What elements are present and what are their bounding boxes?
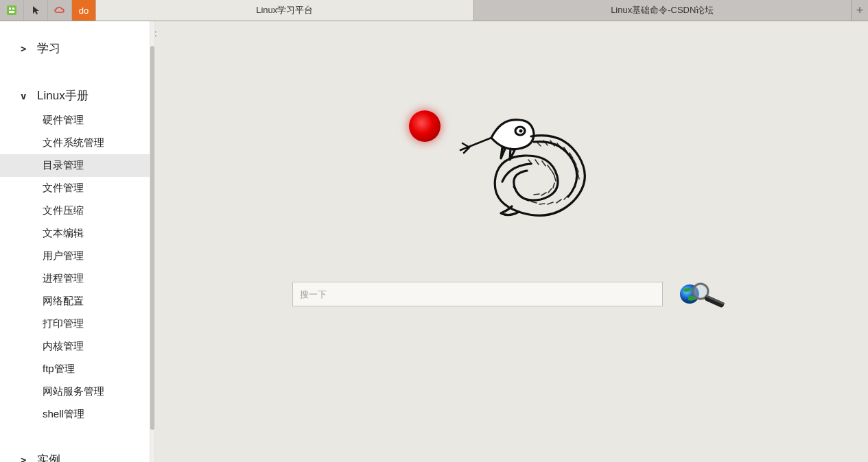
- browser-tab-bar: do Linux学习平台 Linux基础命令-CSDN论坛 +: [0, 0, 868, 21]
- globe-magnifier-icon: [677, 280, 731, 308]
- nav-item-web-service[interactable]: 网站服务管理: [0, 380, 150, 403]
- nav-label: Linux手册: [37, 88, 89, 104]
- sidebar: > 学习 v Linux手册 硬件管理 文件系统管理 目录管理 文件管理 文件压…: [0, 21, 150, 462]
- nav-item-shell[interactable]: shell管理: [0, 403, 150, 426]
- chevron-right-icon: >: [21, 43, 30, 54]
- main-layout: > 学习 v Linux手册 硬件管理 文件系统管理 目录管理 文件管理 文件压…: [0, 21, 868, 462]
- nav-items-linux-manual: 硬件管理 文件系统管理 目录管理 文件管理 文件压缩 文本编辑 用户管理 进程管…: [0, 109, 150, 426]
- nav-section-learn: > 学习: [0, 35, 150, 62]
- nav-item-kernel[interactable]: 内核管理: [0, 335, 150, 358]
- search-row: [155, 280, 868, 308]
- nav-header-learn[interactable]: > 学习: [0, 35, 150, 62]
- search-button[interactable]: [677, 280, 731, 308]
- tabs-container: Linux学习平台 Linux基础命令-CSDN论坛: [96, 0, 852, 21]
- tab-label: Linux基础命令-CSDN论坛: [611, 4, 714, 16]
- svg-rect-3: [9, 11, 14, 13]
- chevron-down-icon: v: [21, 90, 30, 101]
- nav-header-linux-manual[interactable]: v Linux手册: [0, 82, 150, 109]
- nav-header-examples[interactable]: > 实例: [0, 446, 150, 462]
- svg-rect-0: [7, 5, 16, 15]
- toolbar-icon-group: do: [0, 0, 96, 21]
- svg-point-5: [519, 130, 522, 133]
- nav-item-hardware[interactable]: 硬件管理: [0, 109, 150, 132]
- nav-item-process[interactable]: 进程管理: [0, 267, 150, 290]
- nav-item-ftp[interactable]: ftp管理: [0, 358, 150, 380]
- svg-rect-1: [9, 8, 11, 10]
- nav-item-file[interactable]: 文件管理: [0, 177, 150, 199]
- new-tab-button[interactable]: +: [852, 0, 868, 21]
- app-icon[interactable]: [0, 0, 24, 21]
- nav-item-print[interactable]: 打印管理: [0, 313, 150, 335]
- nav-section-linux-manual: v Linux手册 硬件管理 文件系统管理 目录管理 文件管理 文件压缩 文本编…: [0, 82, 150, 426]
- tab-label: Linux学习平台: [256, 4, 313, 16]
- nav-item-directory[interactable]: 目录管理: [0, 154, 150, 177]
- cursor-icon[interactable]: [24, 0, 48, 21]
- nav-label: 实例: [37, 452, 60, 462]
- nav-item-text-edit[interactable]: 文本编辑: [0, 222, 150, 245]
- hero-logo: [409, 97, 615, 234]
- nav-item-compress[interactable]: 文件压缩: [0, 199, 150, 222]
- nav-item-user[interactable]: 用户管理: [0, 245, 150, 267]
- svg-rect-2: [12, 8, 14, 10]
- tab-csdn-forum[interactable]: Linux基础命令-CSDN论坛: [474, 0, 852, 21]
- content-area: :: [155, 21, 868, 462]
- scrollbar-thumb[interactable]: [150, 46, 154, 430]
- search-input[interactable]: [292, 282, 663, 306]
- sidebar-scrollbar[interactable]: [150, 21, 155, 462]
- tab-linux-learn[interactable]: Linux学习平台: [96, 0, 474, 21]
- nav-section-examples: > 实例: [0, 446, 150, 462]
- do-icon[interactable]: do: [72, 0, 96, 21]
- nav-label: 学习: [37, 40, 60, 56]
- nav-item-network[interactable]: 网络配置: [0, 290, 150, 313]
- red-dot-icon: [409, 110, 441, 142]
- nav-item-filesystem[interactable]: 文件系统管理: [0, 132, 150, 154]
- chevron-right-icon: >: [21, 454, 30, 463]
- cloud-icon[interactable]: [48, 0, 72, 21]
- sidebar-container: > 学习 v Linux手册 硬件管理 文件系统管理 目录管理 文件管理 文件压…: [0, 21, 155, 462]
- snake-icon: [443, 97, 608, 227]
- stray-colon: :: [154, 28, 157, 38]
